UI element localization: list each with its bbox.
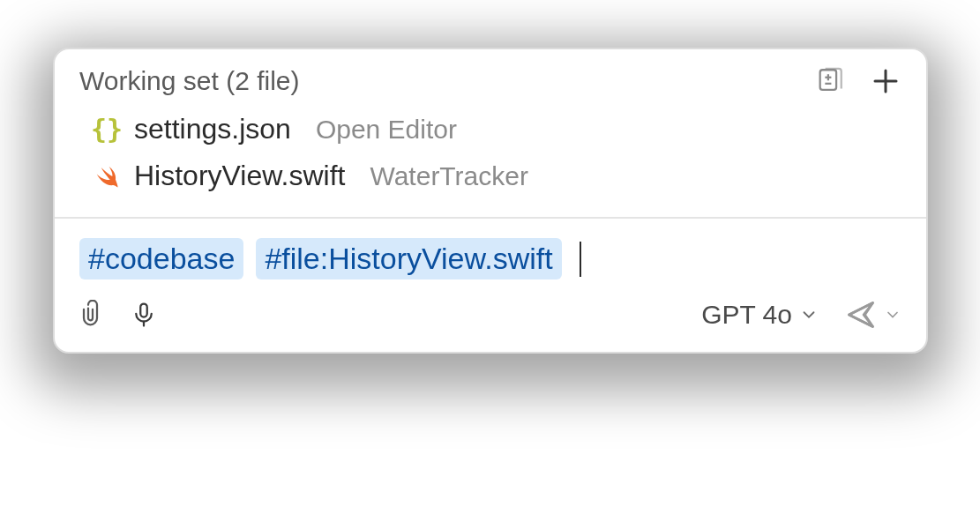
file-context: Open Editor xyxy=(316,115,457,145)
swift-icon xyxy=(92,161,122,191)
chat-panel: Working set (2 file) xyxy=(53,48,928,354)
send-icon[interactable] xyxy=(843,299,879,331)
text-cursor xyxy=(580,242,581,277)
input-toolbar: GPT 4o xyxy=(55,288,926,352)
context-chip[interactable]: #file:HistoryView.swift xyxy=(256,238,561,279)
svg-rect-6 xyxy=(140,304,147,317)
diff-icon[interactable] xyxy=(815,66,845,96)
plus-icon[interactable] xyxy=(870,65,901,97)
file-name: settings.json xyxy=(134,113,291,145)
chevron-down-icon[interactable] xyxy=(884,306,901,324)
file-context: WaterTracker xyxy=(370,161,527,191)
model-picker[interactable]: GPT 4o xyxy=(701,300,819,330)
microphone-icon[interactable] xyxy=(131,299,157,331)
file-name: HistoryView.swift xyxy=(134,160,345,192)
working-set-file-list: {} settings.json Open Editor HistoryView… xyxy=(55,102,926,217)
paperclip-icon[interactable] xyxy=(79,300,106,330)
working-set-title: Working set (2 file) xyxy=(79,66,815,96)
context-chip[interactable]: #codebase xyxy=(79,238,243,279)
model-label: GPT 4o xyxy=(701,300,792,330)
json-icon: {} xyxy=(92,115,122,145)
working-set-header: Working set (2 file) xyxy=(55,49,926,102)
chevron-down-icon xyxy=(799,305,819,324)
header-actions xyxy=(815,65,901,97)
working-set-file[interactable]: {} settings.json Open Editor xyxy=(79,106,901,153)
send-button-group xyxy=(843,299,901,331)
chat-input[interactable]: #codebase #file:HistoryView.swift xyxy=(55,219,926,288)
working-set-file[interactable]: HistoryView.swift WaterTracker xyxy=(79,153,901,199)
